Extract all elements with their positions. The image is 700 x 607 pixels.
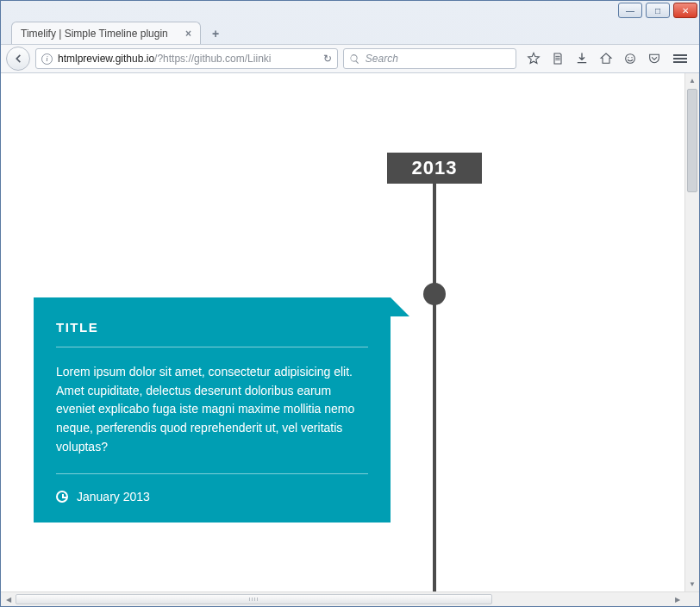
tab-strip: Timelify | Simple Timeline plugin × + [1,20,699,44]
svg-point-1 [628,57,628,58]
toolbar-icons [522,52,694,66]
scroll-up-icon[interactable]: ▲ [685,73,699,88]
close-button[interactable]: ✕ [673,3,697,18]
maximize-button[interactable]: □ [646,3,670,18]
menu-button[interactable] [672,53,689,65]
svg-point-2 [631,57,632,58]
reading-list-icon[interactable] [551,52,565,66]
browser-toolbar: i htmlpreview.github.io/?https://github.… [1,44,699,73]
browser-window: — □ ✕ Timelify | Simple Timeline plugin … [0,0,700,607]
window-buttons: — □ ✕ [618,3,697,18]
home-icon[interactable] [599,52,613,66]
tab-close-icon[interactable]: × [185,28,191,40]
star-icon[interactable] [527,52,541,66]
timeline-card-title: TITLE [56,320,368,335]
vertical-scrollbar[interactable]: ▲ ▼ [684,73,699,591]
page-content: 2013 TITLE Lorem ipsum dolor sit amet, c… [1,73,684,591]
url-bar[interactable]: i htmlpreview.github.io/?https://github.… [35,48,338,69]
horizontal-scrollbar[interactable]: ◀ ▶ [1,591,699,606]
search-placeholder: Search [366,53,510,65]
timeline-card: TITLE Lorem ipsum dolor sit amet, consec… [34,297,391,523]
timeline-line [433,184,436,591]
reload-button[interactable]: ↻ [323,53,332,65]
divider [56,473,368,474]
arrow-left-icon [12,53,24,65]
new-tab-button[interactable]: + [206,25,225,42]
scroll-grip-icon [249,598,259,601]
site-info-icon[interactable]: i [41,53,53,65]
minimize-button[interactable]: — [618,3,642,18]
url-path: /?https://github.com/Liinki [154,53,271,65]
hello-icon[interactable] [623,52,637,66]
clock-icon [56,491,68,503]
search-bar[interactable]: Search [343,48,516,69]
divider [56,347,368,347]
svg-point-0 [626,54,635,64]
horizontal-scroll-thumb[interactable] [16,594,492,604]
window-titlebar: — □ ✕ [1,1,699,20]
timeline-dot [423,283,446,305]
scroll-left-icon[interactable]: ◀ [1,592,16,606]
tab-title: Timelify | Simple Timeline plugin [21,28,178,40]
vertical-scroll-thumb[interactable] [687,89,697,192]
scroll-right-icon[interactable]: ▶ [670,592,684,606]
scroll-down-icon[interactable]: ▼ [685,577,699,591]
viewport: 2013 TITLE Lorem ipsum dolor sit amet, c… [1,73,699,606]
url-host: htmlpreview.github.io [58,53,154,65]
download-icon[interactable] [575,52,589,66]
timeline-card-body: Lorem ipsum dolor sit amet, consectetur … [56,363,368,456]
pocket-icon[interactable] [647,52,661,66]
timeline-card-date: January 2013 [77,490,150,504]
browser-tab[interactable]: Timelify | Simple Timeline plugin × [11,22,201,44]
url-text: htmlpreview.github.io/?https://github.co… [58,53,318,65]
timeline-card-date-row: January 2013 [56,490,368,504]
search-icon [349,53,360,65]
back-button[interactable] [6,47,30,71]
timeline-year-badge: 2013 [387,153,482,184]
